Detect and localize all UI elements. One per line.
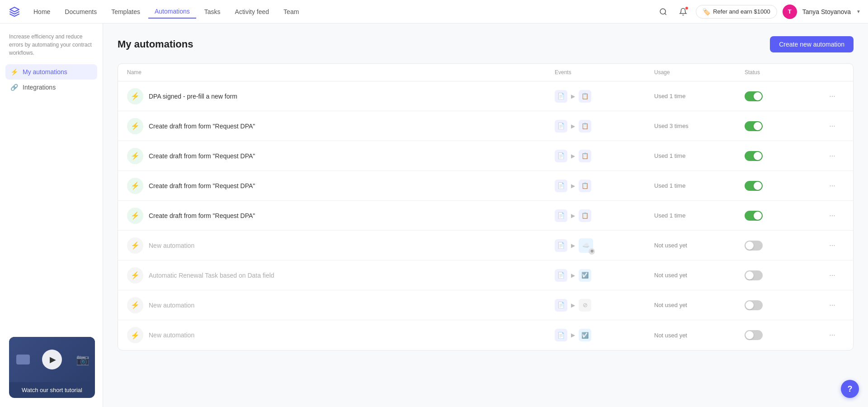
notifications-button[interactable] bbox=[676, 5, 690, 19]
event-source-icon: 📄 bbox=[555, 299, 567, 312]
tutorial-video-area[interactable]: ▶ 📷 bbox=[9, 337, 95, 382]
status-toggle[interactable] bbox=[745, 241, 763, 251]
automation-icon: ⚡ bbox=[127, 208, 143, 224]
event-target-icon: ⊘ bbox=[579, 299, 591, 312]
event-target-icon: ☁️ ⚙ bbox=[579, 238, 593, 253]
event-source-icon: 📄 bbox=[555, 209, 567, 222]
status-cell bbox=[745, 300, 826, 310]
status-cell bbox=[745, 330, 826, 340]
table-row[interactable]: ⚡ New automation 📄 ▶ ⊘ Not used yet ··· bbox=[118, 290, 853, 320]
gift-icon: 🏷️ bbox=[703, 8, 710, 15]
more-options-button[interactable]: ··· bbox=[826, 150, 839, 162]
table-row[interactable]: ⚡ Create draft from form "Request DPA" 📄… bbox=[118, 111, 853, 141]
usage-cell: Used 3 times bbox=[654, 123, 745, 129]
event-source-icon: 📄 bbox=[555, 180, 567, 192]
play-icon: ▶ bbox=[50, 355, 56, 364]
user-name[interactable]: Tanya Stoyanova bbox=[802, 8, 851, 15]
col-header-events: Events bbox=[555, 69, 654, 76]
more-options-button[interactable]: ··· bbox=[826, 180, 839, 192]
status-cell bbox=[745, 91, 826, 101]
more-options-button[interactable]: ··· bbox=[826, 299, 839, 312]
status-toggle[interactable] bbox=[745, 330, 763, 340]
status-toggle[interactable] bbox=[745, 151, 763, 161]
row-name-cell: ⚡ Create draft from form "Request DPA" bbox=[127, 118, 555, 134]
status-cell bbox=[745, 241, 826, 251]
event-target-icon: ☑️ bbox=[579, 329, 591, 341]
app-logo[interactable] bbox=[7, 5, 22, 19]
nav-team[interactable]: Team bbox=[277, 5, 305, 18]
sidebar-item-integrations[interactable]: 🔗 Integrations bbox=[5, 80, 97, 95]
status-toggle[interactable] bbox=[745, 91, 763, 101]
event-target-icon: 📋 bbox=[579, 180, 591, 192]
usage-cell: Used 1 time bbox=[654, 212, 745, 219]
col-header-name: Name bbox=[127, 69, 555, 76]
table-row[interactable]: ⚡ Create draft from form "Request DPA" 📄… bbox=[118, 171, 853, 201]
avatar[interactable]: T bbox=[783, 5, 797, 19]
nav-tasks[interactable]: Tasks bbox=[198, 5, 227, 18]
create-automation-button[interactable]: Create new automation bbox=[770, 36, 854, 52]
sidebar-item-label: Integrations bbox=[23, 84, 56, 91]
play-button[interactable]: ▶ bbox=[42, 350, 62, 369]
sidebar-item-my-automations[interactable]: ⚡ My automations bbox=[5, 64, 97, 80]
more-options-button[interactable]: ··· bbox=[826, 269, 839, 282]
more-options-button[interactable]: ··· bbox=[826, 90, 839, 103]
automation-name: New automation bbox=[149, 302, 194, 309]
table-row[interactable]: ⚡ New automation 📄 ▶ ☑️ Not used yet ··· bbox=[118, 320, 853, 350]
automation-icon: ⚡ bbox=[127, 297, 143, 313]
status-toggle[interactable] bbox=[745, 181, 763, 191]
more-options-button[interactable]: ··· bbox=[826, 329, 839, 341]
usage-cell: Used 1 time bbox=[654, 93, 745, 99]
automation-icon: ⚡ bbox=[127, 178, 143, 194]
page-layout: Increase efficiency and reduce errors by… bbox=[0, 24, 868, 407]
status-toggle[interactable] bbox=[745, 300, 763, 310]
nav-templates[interactable]: Templates bbox=[105, 5, 146, 18]
more-options-button[interactable]: ··· bbox=[826, 239, 839, 252]
nav-documents[interactable]: Documents bbox=[58, 5, 103, 18]
nav-activity-feed[interactable]: Activity feed bbox=[229, 5, 275, 18]
events-cell: 📄 ▶ ☑️ bbox=[555, 329, 654, 341]
col-header-usage: Usage bbox=[654, 69, 745, 76]
table-row[interactable]: ⚡ New automation 📄 ▶ ☁️ ⚙ Not used yet bbox=[118, 231, 853, 260]
events-cell: 📄 ▶ ☑️ bbox=[555, 269, 654, 282]
more-options-button[interactable]: ··· bbox=[826, 209, 839, 222]
automation-name: New automation bbox=[149, 242, 194, 249]
help-button[interactable]: ? bbox=[841, 380, 859, 398]
row-name-cell: ⚡ New automation bbox=[127, 327, 555, 343]
automation-name: Create draft from form "Request DPA" bbox=[149, 123, 255, 130]
toggle-knob bbox=[745, 331, 754, 339]
col-header-status: Status bbox=[745, 69, 826, 76]
automation-icon: ⚡ bbox=[127, 118, 143, 134]
table-row[interactable]: ⚡ DPA signed - pre-fill a new form 📄 ▶ 📋… bbox=[118, 81, 853, 111]
user-menu-chevron[interactable]: ▼ bbox=[856, 9, 861, 14]
status-cell bbox=[745, 270, 826, 280]
table-row[interactable]: ⚡ Automatic Renewal Task based on Data f… bbox=[118, 260, 853, 290]
table-row[interactable]: ⚡ Create draft from form "Request DPA" 📄… bbox=[118, 201, 853, 231]
automation-icon: ⚡ bbox=[127, 88, 143, 104]
notification-badge bbox=[685, 6, 689, 10]
events-cell: 📄 ▶ 📋 bbox=[555, 90, 654, 103]
status-toggle[interactable] bbox=[745, 121, 763, 131]
nav-automations[interactable]: Automations bbox=[148, 5, 196, 19]
events-cell: 📄 ▶ 📋 bbox=[555, 209, 654, 222]
refer-button[interactable]: 🏷️ Refer and earn $1000 bbox=[696, 5, 777, 19]
usage-cell: Not used yet bbox=[654, 332, 745, 339]
more-options-button[interactable]: ··· bbox=[826, 120, 839, 133]
video-thumbnail-left bbox=[16, 355, 30, 364]
usage-cell: Not used yet bbox=[654, 242, 745, 249]
event-source-icon: 📄 bbox=[555, 239, 567, 252]
search-button[interactable] bbox=[656, 5, 670, 19]
nav-home[interactable]: Home bbox=[27, 5, 57, 18]
sidebar-item-label: My automations bbox=[23, 68, 67, 76]
toggle-knob bbox=[754, 182, 762, 190]
event-arrow-icon: ▶ bbox=[571, 332, 575, 338]
row-name-cell: ⚡ Create draft from form "Request DPA" bbox=[127, 178, 555, 194]
toggle-knob bbox=[754, 122, 762, 130]
status-toggle[interactable] bbox=[745, 270, 763, 280]
tutorial-text[interactable]: Watch our short tutorial bbox=[9, 382, 95, 398]
usage-cell: Not used yet bbox=[654, 302, 745, 308]
event-arrow-icon: ▶ bbox=[571, 242, 575, 249]
status-toggle[interactable] bbox=[745, 211, 763, 221]
table-row[interactable]: ⚡ Create draft from form "Request DPA" 📄… bbox=[118, 141, 853, 171]
toggle-knob bbox=[745, 301, 754, 309]
top-navigation: Home Documents Templates Automations Tas… bbox=[0, 0, 868, 24]
